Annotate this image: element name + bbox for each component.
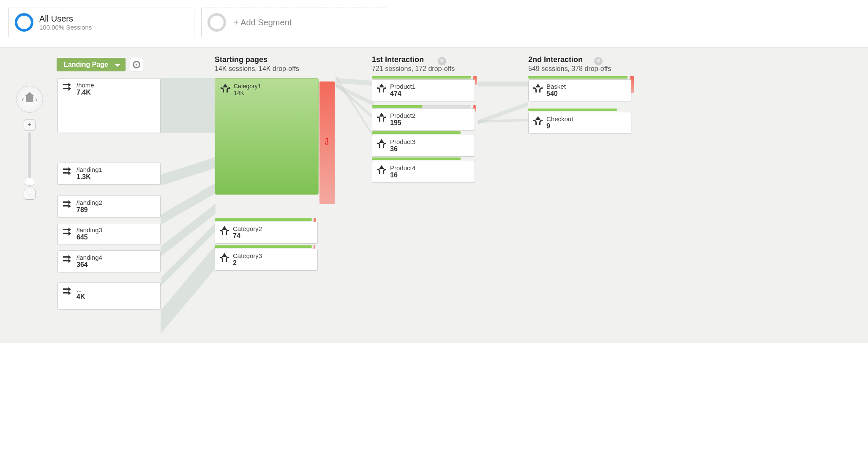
add-segment-ring-icon	[207, 13, 226, 32]
node-value: 14K	[234, 90, 261, 96]
node-label: Product1	[390, 83, 415, 90]
first-node[interactable]: Product1 474	[372, 79, 475, 101]
second-node[interactable]: Checkout 9	[528, 112, 631, 134]
flow-ribbon	[161, 157, 216, 186]
node-value: 74	[233, 232, 262, 240]
node-text: /landing3 645	[76, 226, 102, 241]
nav-prev-icon[interactable]: ‹	[22, 95, 24, 103]
entry-icon	[63, 167, 72, 177]
first-node[interactable]: Product4 16	[372, 161, 475, 183]
merge-icon	[377, 113, 386, 122]
node-text: Category1 14K	[234, 83, 261, 96]
landing-node[interactable]: /landing1 1.3K	[57, 163, 161, 185]
node-value: 789	[76, 206, 102, 214]
node-text: Product4 16	[390, 164, 415, 179]
zoom-handle[interactable]	[25, 178, 34, 185]
nav-next-icon[interactable]: ›	[35, 95, 38, 103]
zoom-out-button[interactable]: -	[24, 189, 35, 200]
dimension-select[interactable]: Landing Page	[57, 58, 126, 71]
through-strip	[528, 76, 628, 79]
starting-node[interactable]: Category3 2	[215, 249, 318, 271]
flow-ribbon	[478, 82, 528, 87]
node-label: Product2	[390, 112, 415, 119]
merge-icon	[221, 84, 229, 93]
landing-node[interactable]: /home 7.4K	[57, 78, 161, 133]
view-nav-control: ‹ ›	[16, 86, 43, 113]
node-value: 195	[390, 119, 415, 127]
landing-node[interactable]: ... 4K	[57, 283, 161, 310]
entry-icon	[63, 83, 72, 92]
node-text: /landing1 1.3K	[76, 166, 102, 181]
merge-icon	[534, 116, 542, 125]
node-label: Category2	[233, 225, 262, 232]
node-value: 4K	[76, 293, 85, 301]
merge-icon	[377, 165, 386, 174]
node-value: 9	[546, 122, 573, 130]
node-value: 540	[546, 90, 566, 98]
node-text: Product1 474	[390, 83, 415, 98]
through-strip	[528, 109, 617, 111]
starting-node-category1[interactable]: Category1 14K	[215, 78, 319, 195]
node-label: Checkout	[546, 115, 573, 122]
through-strip	[215, 245, 312, 248]
node-text: /landing2 789	[76, 199, 102, 214]
zoom-control: + -	[24, 120, 35, 200]
add-segment-button[interactable]: + Add Segment	[201, 8, 387, 37]
zoom-in-button[interactable]: +	[24, 120, 35, 130]
dimension-row: Landing Page	[57, 58, 143, 71]
through-strip	[215, 218, 312, 221]
column-close-first[interactable]: ✕	[438, 57, 446, 65]
node-label: /landing3	[76, 226, 102, 234]
starting-node[interactable]: Category2 74	[215, 222, 318, 244]
through-strip	[372, 76, 471, 79]
node-text: Category3 2	[233, 252, 262, 267]
node-label: Category1	[234, 83, 261, 90]
node-label: /home	[76, 82, 94, 89]
segment-title: All Users	[39, 14, 92, 24]
landing-node[interactable]: /landing4 364	[57, 250, 161, 272]
node-value: 474	[390, 90, 415, 98]
column-subtitle: 721 sessions, 172 drop-offs	[372, 65, 455, 73]
column-subtitle: 549 sessions, 378 drop-offs	[528, 65, 611, 73]
node-label: Basket	[546, 83, 566, 90]
node-value: 16	[390, 171, 415, 179]
merge-icon	[377, 139, 386, 148]
merge-icon	[220, 226, 229, 235]
node-label: Product4	[390, 164, 415, 171]
flow-canvas[interactable]: ‹ › + - Landing Page Starting pages 14K …	[0, 48, 868, 343]
node-text: /landing4 364	[76, 254, 102, 269]
first-node[interactable]: Product2 195	[372, 109, 475, 130]
node-text: Basket 540	[546, 83, 566, 98]
landing-node[interactable]: /landing2 789	[57, 196, 161, 217]
node-value: 645	[76, 234, 102, 241]
home-icon[interactable]	[26, 96, 33, 102]
segment-text: All Users 100.00% Sessions	[39, 14, 92, 31]
column-title: Starting pages	[215, 55, 299, 64]
flow-ribbon	[161, 78, 216, 133]
through-strip	[372, 158, 461, 160]
node-text: ... 4K	[76, 286, 85, 301]
add-segment-label: + Add Segment	[234, 18, 292, 27]
node-label: /landing4	[76, 254, 102, 261]
node-value: 364	[76, 261, 102, 269]
landing-node[interactable]: /landing3 645	[57, 223, 161, 245]
entry-icon	[63, 228, 72, 237]
segment-all-users[interactable]: All Users 100.00% Sessions	[8, 8, 194, 37]
node-value: 1.3K	[76, 173, 102, 181]
dropoff-bar	[319, 82, 335, 204]
dimension-settings-button[interactable]	[130, 58, 143, 71]
column-subtitle: 14K sessions, 14K drop-offs	[215, 65, 299, 73]
node-label: /landing1	[76, 166, 102, 173]
node-label: Category3	[233, 252, 262, 259]
node-value: 36	[390, 145, 415, 153]
segment-ring-icon	[15, 13, 33, 32]
second-node[interactable]: Basket 540	[528, 79, 631, 101]
column-close-second[interactable]: ✕	[594, 57, 603, 65]
segment-bar: All Users 100.00% Sessions + Add Segment	[0, 0, 868, 48]
gear-icon	[133, 61, 140, 68]
entry-icon	[63, 255, 72, 264]
merge-icon	[377, 84, 386, 93]
node-text: Category2 74	[233, 225, 262, 240]
first-node[interactable]: Product3 36	[372, 135, 475, 157]
node-text: Checkout 9	[546, 115, 573, 130]
